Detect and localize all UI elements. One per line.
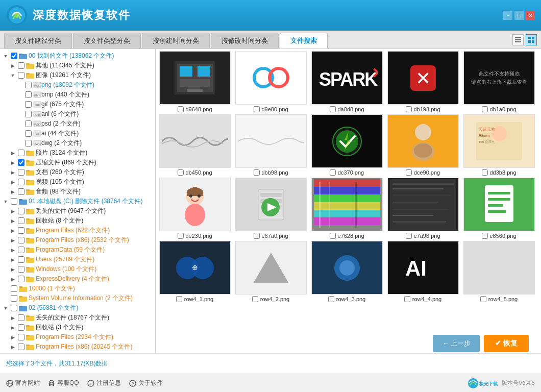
check-02-recycle[interactable] [18, 324, 24, 331]
check-audio[interactable] [18, 188, 24, 195]
toggle-02-pf[interactable]: ▶ [9, 334, 16, 341]
thumbnail-db1a0[interactable]: 此文件不支持预览请点击右上角下载后查看 [463, 51, 535, 105]
check-ani[interactable] [25, 111, 32, 117]
check-01-10000[interactable] [11, 285, 17, 292]
check-images[interactable] [18, 72, 24, 79]
tree-item-02-pd[interactable]: ▶ ProgramData (997 个文件) [0, 352, 155, 353]
toggle-video[interactable]: ▶ [9, 179, 16, 186]
check-dwg[interactable] [25, 140, 32, 146]
tree-item-02[interactable]: ▼ 02 (56881 个文件) [0, 303, 155, 313]
toggle-01-express[interactable]: ▶ [9, 276, 16, 283]
check-file-d9e80[interactable] [254, 106, 260, 112]
toggle-01-pfx86[interactable]: ▶ [9, 237, 16, 244]
check-file-de230[interactable] [178, 233, 184, 239]
toggle-other[interactable]: ▶ [9, 62, 16, 69]
list-view-button[interactable] [512, 34, 524, 45]
thumbnail-r4-1[interactable]: ⊕ [159, 241, 231, 295]
toggle-photos[interactable]: ▶ [9, 150, 16, 157]
tree-item-bmp[interactable]: BMP bmp (440 个文件) [0, 90, 155, 100]
check-png[interactable] [25, 82, 32, 88]
tree-item-01-express[interactable]: ▶ ExpressDelivery (4 个文件) [0, 274, 155, 284]
grid-view-button[interactable] [526, 34, 537, 45]
tree-item-ai[interactable]: AI ai (44 个文件) [0, 129, 155, 138]
toggle-01-win[interactable]: ▶ [9, 266, 16, 273]
tree-item-02-pf[interactable]: ▶ Program Files (2934 个文件) [0, 332, 155, 342]
check-01[interactable] [11, 198, 17, 205]
check-file-dbb98[interactable] [254, 169, 260, 176]
thumbnail-d9648[interactable] [159, 51, 231, 105]
toggle-01-pd[interactable]: ▶ [9, 247, 16, 254]
thumbnail-de230[interactable] [159, 178, 231, 231]
thumbnail-r4-4[interactable]: AI [387, 241, 459, 295]
tree-item-01-lost[interactable]: ▶ 丢失的文件 (9647 个文件) [0, 206, 155, 216]
check-01-lost[interactable] [18, 208, 24, 214]
thumbnail-e7a98[interactable] [387, 178, 459, 231]
thumbnail-r4-3[interactable] [311, 241, 383, 295]
toggle-audio[interactable]: ▶ [9, 188, 16, 195]
minimize-button[interactable]: － [503, 11, 512, 20]
tree-item-video[interactable]: ▶ 视频 (105 个文件) [0, 177, 155, 187]
check-ai[interactable] [25, 130, 32, 137]
check-file-db198[interactable] [406, 106, 412, 112]
tree-item-dwg[interactable]: DWG dwg (2 个文件) [0, 138, 155, 148]
toggle-02[interactable]: ▼ [2, 305, 9, 312]
check-zip[interactable] [18, 159, 24, 166]
tree-item-00[interactable]: ▼ 00 找到的文件 (138062 个文件) [0, 51, 155, 61]
check-02-lost[interactable] [18, 314, 24, 321]
thumbnail-db198[interactable]: ✕ [387, 51, 459, 105]
toggle-02-lost[interactable]: ▶ [9, 314, 16, 322]
toggle-02-pd[interactable]: ▶ [9, 353, 16, 354]
tree-item-01-pfx86[interactable]: ▶ Program Files (x86) (2532 个文件) [0, 235, 155, 245]
toggle-00[interactable]: ▼ [2, 53, 9, 60]
tab-modified[interactable]: 按修改时间分类 [211, 33, 279, 48]
tree-item-gif[interactable]: GIF gif (675 个文件) [0, 100, 155, 109]
check-other[interactable] [18, 62, 24, 69]
check-01-recycle[interactable] [18, 217, 24, 224]
footer-link-qq[interactable]: 客服QQ [48, 379, 79, 387]
check-02-pfx86[interactable] [18, 344, 24, 350]
check-01-pd[interactable] [18, 247, 24, 253]
thumbnail-dd3b8[interactable]: 天蓝元帅 Ritown 100 级 黑土 [463, 114, 535, 168]
footer-link-website[interactable]: 官方网站 [6, 379, 40, 387]
tree-item-02-recycle[interactable]: ▶ 回收站 (3 个文件) [0, 323, 155, 332]
tree-item-png[interactable]: PNG png (18092 个文件) [0, 80, 155, 90]
footer-link-about[interactable]: ? 关于软件 [129, 379, 163, 387]
thumbnail-e8560[interactable] [463, 178, 535, 231]
toggle-02-recycle[interactable]: ▶ [9, 324, 16, 331]
check-video[interactable] [18, 179, 24, 185]
tree-item-02-pfx86[interactable]: ▶ Program Files (x86) (20245 个文件) [0, 342, 155, 352]
toggle-01-lost[interactable]: ▶ [9, 208, 16, 215]
close-button[interactable]: ✕ [526, 11, 535, 20]
check-00[interactable] [11, 53, 17, 59]
thumbnail-dc370[interactable] [311, 114, 383, 168]
check-photos[interactable] [18, 150, 24, 156]
check-file-e67a0[interactable] [254, 233, 260, 239]
tree-item-01-pf[interactable]: ▶ Program Files (622 个文件) [0, 226, 155, 235]
tree-item-01-win[interactable]: ▶ Windows (100 个文件) [0, 264, 155, 274]
thumbnail-r4-5[interactable] [463, 241, 535, 295]
toggle-01-users[interactable]: ▶ [9, 256, 16, 263]
check-bmp[interactable] [25, 91, 32, 98]
check-file-e7628[interactable] [330, 233, 336, 239]
check-02-pf[interactable] [18, 334, 24, 340]
thumbnail-e67a0[interactable] [235, 178, 307, 231]
tab-type[interactable]: 按文件类型分类 [73, 33, 141, 48]
check-psd[interactable] [25, 120, 32, 127]
check-file-e7a98[interactable] [406, 233, 412, 239]
tree-item-other[interactable]: ▶ 其他 (114345 个文件) [0, 61, 155, 70]
tree-item-images[interactable]: ▼ 图像 (19261 个文件) [0, 70, 155, 80]
toggle-01-recycle[interactable]: ▶ [9, 217, 16, 225]
tree-item-01-10000[interactable]: 10000 (1 个文件) [0, 284, 155, 293]
recover-button[interactable]: ✔ 恢复 [484, 335, 529, 352]
thumbnail-db450[interactable] [159, 114, 231, 168]
tree-item-audio[interactable]: ▶ 音频 (98 个文件) [0, 187, 155, 197]
tab-search[interactable]: 文件搜索 [280, 33, 328, 48]
thumbnail-da0d8[interactable]: SPARK ✕ [311, 51, 383, 105]
tree-item-01-recycle[interactable]: ▶ 回收站 (8 个文件) [0, 216, 155, 226]
tree-item-psd[interactable]: PSD psd (2 个文件) [0, 119, 155, 129]
check-file-db1a0[interactable] [482, 106, 488, 112]
tree-item-photos[interactable]: ▶ 照片 (3124 个文件) [0, 148, 155, 158]
toggle-02-pfx86[interactable]: ▶ [9, 344, 16, 351]
check-01-pfx86[interactable] [18, 237, 24, 243]
check-file-dc370[interactable] [330, 169, 336, 176]
